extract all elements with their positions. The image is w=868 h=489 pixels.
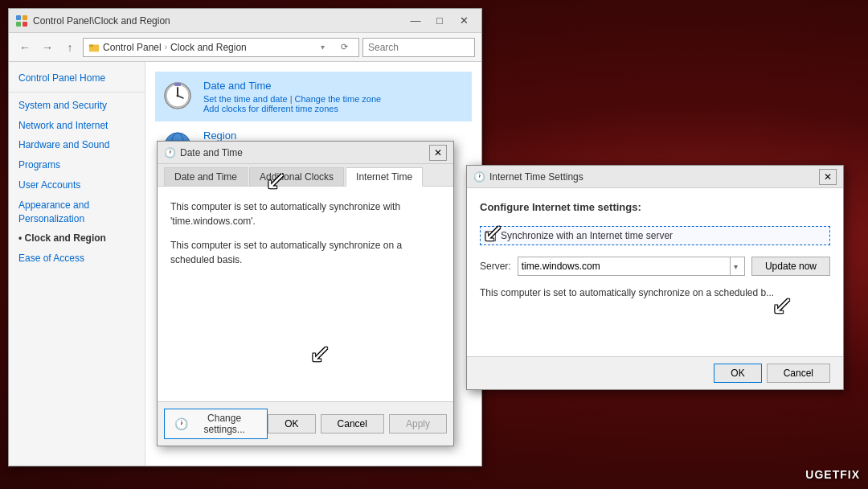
svg-rect-11	[174, 83, 181, 86]
internet-time-settings-dialog: 🕐 Internet Time Settings ✕ Configure Int…	[466, 165, 844, 390]
dropdown-arrow: ▾	[321, 43, 325, 51]
its-titlebar: 🕐 Internet Time Settings ✕	[467, 166, 843, 188]
its-server-label: Server:	[480, 261, 511, 272]
sidebar-item-appearance[interactable]: Appearance and Personalization	[9, 195, 145, 229]
datetime-apply-button[interactable]: Apply	[389, 414, 447, 434]
minimize-button[interactable]: —	[404, 12, 427, 30]
window-icon	[15, 14, 28, 27]
back-button[interactable]: ←	[15, 38, 35, 57]
sidebar-item-programs[interactable]: Programs	[9, 155, 145, 175]
tab-date-time[interactable]: Date and Time	[164, 167, 248, 186]
breadcrumb-region: Clock and Region	[170, 42, 247, 53]
svg-rect-0	[16, 15, 21, 20]
datetime-ok-button[interactable]: OK	[268, 414, 315, 434]
address-field[interactable]: Control Panel › Clock and Region ▾ ⟳	[83, 38, 359, 57]
its-checkbox-row: ✓ Synchronize with an Internet time serv…	[480, 226, 830, 245]
sidebar-item-clock-region[interactable]: Clock and Region	[9, 228, 145, 249]
sync-checkbox[interactable]: ✓	[485, 231, 496, 241]
datetime-icon	[162, 80, 194, 112]
datetime-link3[interactable]: Add clocks for different time zones	[203, 104, 338, 113]
svg-point-10	[177, 95, 179, 97]
tab-additional-clocks[interactable]: Additional Clocks	[249, 167, 344, 186]
datetime-link1[interactable]: Set the time and date	[203, 94, 288, 104]
titlebar-buttons: — □ ✕	[404, 12, 475, 30]
svg-rect-2	[16, 22, 21, 27]
datetime-title[interactable]: Date and Time	[203, 80, 381, 92]
sidebar-item-user-accounts[interactable]: User Accounts	[9, 175, 145, 195]
forward-button[interactable]: →	[38, 38, 57, 57]
its-close-button[interactable]: ✕	[819, 169, 837, 185]
sidebar: Control Panel Home System and Security N…	[9, 62, 145, 466]
datetime-ok-cancel: OK Cancel Apply	[268, 414, 447, 434]
sidebar-item-control-home[interactable]: Control Panel Home	[9, 68, 145, 88]
its-icon: 🕐	[473, 171, 485, 183]
tab-internet-time[interactable]: Internet Time	[346, 167, 423, 187]
breadcrumb-cp: Control Panel	[103, 42, 162, 53]
internet-time-text2: This computer is set to automatically sy…	[170, 238, 440, 267]
its-server-row: Server: time.windows.com ▾ Update now	[480, 257, 830, 276]
its-update-button[interactable]: Update now	[751, 257, 830, 276]
datetime-link2[interactable]: Change the time zone	[295, 94, 382, 104]
panel-item-datetime[interactable]: Date and Time Set the time and date | Ch…	[155, 72, 472, 121]
datetime-dialog-icon: 🕐	[164, 147, 175, 158]
datetime-dialog-content: This computer is set to automatically sy…	[158, 187, 453, 401]
datetime-cancel-button[interactable]: Cancel	[321, 414, 384, 434]
its-server-value: time.windows.com	[522, 261, 730, 272]
datetime-dialog-footer: 🕐 Change settings... OK Cancel Apply	[158, 401, 453, 446]
datetime-tabs: Date and Time Additional Clocks Internet…	[158, 164, 453, 187]
change-settings-button[interactable]: 🕐 Change settings...	[164, 409, 268, 439]
svg-rect-3	[23, 22, 27, 27]
refresh-button[interactable]: ⟳	[334, 38, 354, 57]
sidebar-item-ease[interactable]: Ease of Access	[9, 249, 145, 269]
window-title: Control Panel\Clock and Region	[33, 15, 404, 27]
breadcrumb-sep1: ›	[165, 43, 167, 51]
its-title: Internet Time Settings	[489, 171, 819, 183]
close-button[interactable]: ✕	[452, 12, 475, 30]
datetime-dialog-title: Date and Time	[180, 147, 429, 158]
its-ok-button[interactable]: OK	[714, 364, 761, 383]
settings-icon: 🕐	[174, 417, 188, 430]
sidebar-item-hardware[interactable]: Hardware and Sound	[9, 135, 145, 155]
its-info-text: This computer is set to automatically sy…	[480, 287, 830, 298]
datetime-dialog: 🕐 Date and Time ✕ Date and Time Addition…	[157, 141, 454, 446]
sync-checkbox-label: Synchronize with an Internet time server	[501, 230, 673, 241]
sidebar-item-system-security[interactable]: System and Security	[9, 96, 145, 116]
sidebar-item-network[interactable]: Network and Internet	[9, 116, 145, 136]
address-bar: ← → ↑ Control Panel › Clock and Region ▾…	[9, 33, 481, 62]
region-title[interactable]: Region	[203, 129, 353, 142]
search-input[interactable]	[362, 38, 475, 57]
its-heading: Configure Internet time settings:	[480, 201, 830, 213]
sidebar-separator	[9, 92, 145, 92]
up-button[interactable]: ↑	[60, 38, 80, 57]
its-content: Configure Internet time settings: ✓ Sync…	[467, 188, 843, 356]
svg-rect-5	[89, 44, 93, 47]
maximize-button[interactable]: □	[428, 12, 451, 30]
its-server-field[interactable]: time.windows.com ▾	[518, 257, 745, 276]
svg-rect-1	[23, 15, 27, 20]
its-cancel-button[interactable]: Cancel	[767, 364, 830, 383]
folder-icon	[88, 42, 100, 53]
datetime-dialog-titlebar: 🕐 Date and Time ✕	[158, 142, 453, 164]
watermark: UGETFIX	[805, 468, 860, 481]
datetime-text: Date and Time Set the time and date | Ch…	[203, 80, 381, 113]
its-footer: OK Cancel	[467, 356, 843, 389]
internet-time-text1: This computer is set to automatically sy…	[170, 199, 440, 228]
datetime-dialog-close[interactable]: ✕	[429, 145, 447, 161]
its-dropdown-arrow[interactable]: ▾	[730, 257, 741, 275]
window-titlebar: Control Panel\Clock and Region — □ ✕	[9, 9, 481, 33]
